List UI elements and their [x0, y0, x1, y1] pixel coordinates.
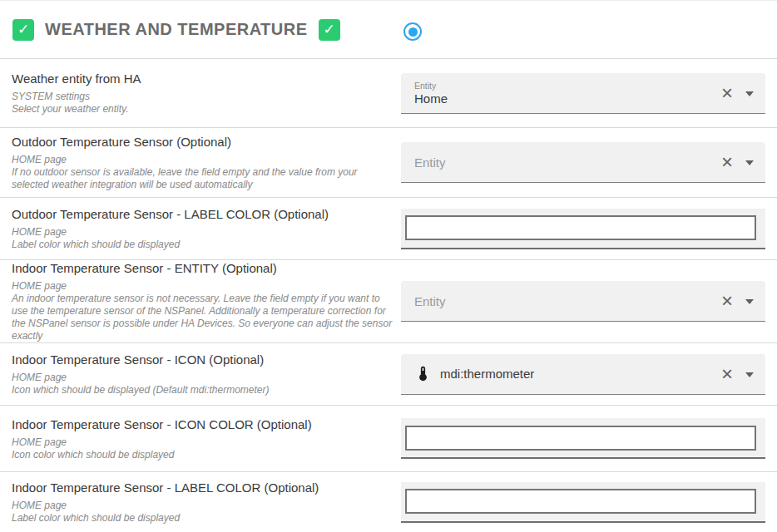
section-radio-selected-icon[interactable]	[403, 22, 422, 41]
setting-row-outdoor-temp-entity: Outdoor Temperature Sensor (Optional) HO…	[0, 127, 777, 197]
indoor-icon-select[interactable]: mdi:thermometer ×	[401, 354, 765, 395]
weather-entity-select[interactable]: Entity Home ×	[401, 73, 765, 114]
indoor-temp-entity-select[interactable]: Entity ×	[401, 281, 765, 322]
setting-row-indoor-icon: Indoor Temperature Sensor - ICON (Option…	[0, 342, 777, 405]
indoor-icon-color-input[interactable]	[405, 426, 756, 451]
thermometer-icon	[414, 365, 432, 382]
clear-icon[interactable]: ×	[721, 366, 733, 382]
setting-title: Indoor Temperature Sensor - ENTITY (Opti…	[12, 260, 393, 276]
dropdown-caret-icon[interactable]	[745, 160, 754, 165]
clear-icon[interactable]: ×	[721, 154, 733, 170]
section-header: ✓ WEATHER AND TEMPERATURE ✓	[0, 0, 777, 58]
setting-context: HOME page	[12, 154, 393, 166]
setting-row-indoor-temp-entity: Indoor Temperature Sensor - ENTITY (Opti…	[0, 259, 777, 342]
section-secondary-checkbox[interactable]: ✓	[319, 19, 340, 41]
checkmark-icon: ✓	[17, 21, 29, 38]
setting-description: Label color which should be displayed	[12, 239, 393, 251]
setting-context: HOME page	[12, 372, 393, 384]
setting-title: Indoor Temperature Sensor - LABEL COLOR …	[12, 480, 393, 495]
dropdown-caret-icon[interactable]	[745, 372, 754, 377]
indoor-label-color-input[interactable]	[405, 489, 756, 514]
setting-description: Icon color which should be displayed	[12, 449, 393, 461]
select-placeholder: Entity	[414, 294, 446, 308]
radio-dot	[408, 27, 418, 37]
setting-title: Outdoor Temperature Sensor (Optional)	[12, 134, 393, 150]
setting-title: Indoor Temperature Sensor - ICON COLOR (…	[12, 416, 393, 432]
setting-context: HOME page	[12, 500, 393, 512]
setting-description: An indoor temperature sensor is not nece…	[12, 293, 393, 342]
dropdown-caret-icon[interactable]	[745, 299, 754, 304]
outdoor-label-color-input[interactable]	[405, 215, 756, 240]
select-value: Home	[414, 91, 721, 106]
outdoor-temp-entity-select[interactable]: Entity ×	[401, 142, 765, 183]
setting-context: HOME page	[12, 436, 393, 449]
setting-row-indoor-icon-color: Indoor Temperature Sensor - ICON COLOR (…	[0, 405, 777, 471]
outdoor-label-color-field	[401, 209, 765, 249]
setting-description: Icon which should be displayed (Default …	[12, 384, 393, 397]
section-title: WEATHER AND TEMPERATURE	[45, 20, 308, 39]
dropdown-caret-icon[interactable]	[745, 91, 754, 96]
section-enabled-checkbox[interactable]: ✓	[12, 19, 34, 41]
setting-description: Select your weather entity.	[12, 103, 393, 116]
setting-context: HOME page	[12, 226, 393, 239]
setting-title: Indoor Temperature Sensor - ICON (Option…	[12, 352, 393, 367]
setting-context: HOME page	[12, 280, 393, 293]
select-floating-label: Entity	[414, 81, 721, 91]
setting-row-indoor-label-color: Indoor Temperature Sensor - LABEL COLOR …	[0, 471, 777, 532]
select-placeholder: Entity	[414, 155, 446, 170]
setting-description: If no outdoor sensor is available, leave…	[12, 166, 393, 191]
setting-row-outdoor-label-color: Outdoor Temperature Sensor - LABEL COLOR…	[0, 197, 777, 259]
select-value: mdi:thermometer	[440, 367, 534, 382]
setting-row-weather-entity: Weather entity from HA SYSTEM settings S…	[0, 58, 777, 127]
setting-title: Weather entity from HA	[12, 71, 393, 86]
clear-icon[interactable]: ×	[721, 85, 733, 101]
setting-title: Outdoor Temperature Sensor - LABEL COLOR…	[12, 206, 393, 222]
checkmark-icon: ✓	[323, 21, 334, 38]
weather-temperature-settings-panel: ✓ WEATHER AND TEMPERATURE ✓ Weather enti…	[0, 0, 777, 532]
indoor-label-color-field	[401, 482, 765, 523]
setting-description: Label color which should be displayed	[12, 512, 393, 525]
setting-context: SYSTEM settings	[12, 91, 393, 103]
clear-icon[interactable]: ×	[721, 293, 733, 309]
indoor-icon-color-field	[401, 418, 765, 459]
